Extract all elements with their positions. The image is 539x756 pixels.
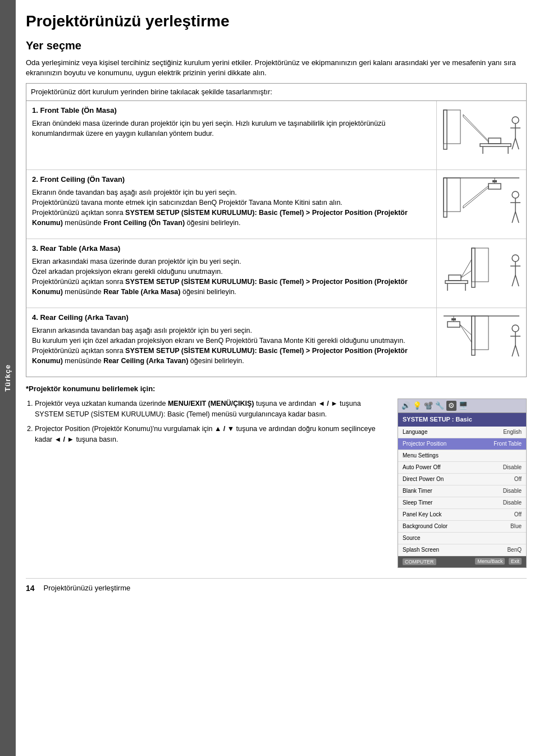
page-title: Projektörünüzü yerleştirme	[26, 10, 527, 32]
position-diagram-1	[436, 101, 526, 169]
steps-column: Projektör veya uzkatan kumanda üzerinde …	[26, 398, 389, 568]
syssetup-title: SYSTEM SETUP : Basic	[403, 415, 472, 424]
position-row-3: 3. Rear Table (Arka Masa) Ekran arkasınd…	[26, 239, 526, 308]
svg-line-10	[512, 138, 515, 149]
position-row-2: 2. Front Ceiling (Ön Tavan) Ekranın önde…	[26, 170, 526, 239]
syssetup-row: Menu Settings	[398, 450, 526, 462]
position-title-1: 1. Front Table (Ön Masa)	[32, 106, 431, 116]
syssetup-row: Blank TimerDisable	[398, 485, 526, 497]
syssetup-footer: COMPUTER Menu/Back Exit	[398, 556, 526, 567]
syssetup-row: LanguageEnglish	[398, 427, 526, 438]
page-wrapper: Türkçe Projektörünüzü yerleştirme Yer se…	[0, 0, 539, 756]
position-diagram-2	[436, 170, 526, 239]
svg-rect-15	[488, 184, 501, 189]
svg-rect-5	[488, 138, 501, 144]
svg-line-46	[512, 345, 515, 356]
position-desc-4a: Ekranın arkasında tavandan baş aşağı ası…	[32, 326, 431, 336]
positions-intro: Projektörünüz dört kurulum yerinden biri…	[26, 84, 526, 101]
syssetup-row: Background ColorBlue	[398, 521, 526, 533]
syssetup-row: Sleep TimerDisable	[398, 497, 526, 509]
system-setup-image: 🔊 💡 📽️ 🔧 ⚙ 🖥️ SYSTEM SETUP : Basic Langu…	[398, 398, 527, 568]
page-footer: 14 Projektörünüzü yerleştirme	[26, 578, 527, 594]
syssetup-row: Source	[398, 533, 526, 544]
svg-marker-6	[463, 114, 488, 142]
position-desc-3a: Ekran arkasındaki masa üzerinde duran pr…	[32, 256, 431, 267]
svg-marker-42	[460, 324, 472, 342]
position-text-2: 2. Front Ceiling (Ön Tavan) Ekranın önde…	[26, 170, 436, 239]
bottom-columns: Projektör veya uzkatan kumanda üzerinde …	[26, 398, 527, 568]
position-desc-2b: Projektörünüzü tavana monte etmek için s…	[32, 198, 431, 208]
syssetup-rows: LanguageEnglishProjector PositionFront T…	[398, 427, 526, 556]
position-desc-2c: Projektörünüzü açıktan sonra SYSTEM SETU…	[32, 208, 431, 228]
steps-list: Projektör veya uzkatan kumanda üzerinde …	[26, 398, 389, 445]
position-desc-1: Ekran önündeki masa üzerinde duran proje…	[32, 118, 431, 139]
step-1: Projektör veya uzkatan kumanda üzerinde …	[35, 398, 389, 420]
page-number: 14	[26, 583, 35, 594]
position-desc-3b: Özel arkadan projeksiyon ekranı gerekli …	[32, 267, 431, 277]
svg-line-22	[512, 212, 515, 223]
position-desc-2a: Ekranın önde tavandan baş aşağı asılı pr…	[32, 187, 431, 198]
svg-point-43	[512, 325, 519, 332]
positions-container: Projektörünüz dört kurulum yerinden biri…	[26, 83, 527, 377]
svg-rect-14	[444, 178, 460, 212]
position-text-1: 1. Front Table (Ön Masa) Ekran önündeki …	[26, 101, 436, 169]
position-title-3: 3. Rear Table (Arka Masa)	[32, 244, 431, 254]
syssetup-footer-controls: Menu/Back Exit	[475, 558, 522, 565]
syssetup-footer-computer: COMPUTER	[403, 558, 436, 566]
step2-text: Projector Position (Projektör Konumu)'nu…	[35, 425, 376, 443]
svg-rect-29	[449, 275, 461, 281]
system-setup-ui: 🔊 💡 📽️ 🔧 ⚙ 🖥️ SYSTEM SETUP : Basic Langu…	[398, 398, 527, 568]
svg-rect-25	[472, 248, 488, 282]
position-diagram-4	[436, 308, 526, 377]
svg-point-7	[512, 117, 519, 123]
position-desc-4c: Projektörünüzü açıktan sonra SYSTEM SETU…	[32, 346, 431, 366]
syssetup-row: Panel Key LockOff	[398, 509, 526, 521]
syssetup-row: Auto Power OffDisable	[398, 462, 526, 474]
syssetup-row: Projector PositionFront Table	[398, 438, 526, 450]
page-footer-text: Projektörünüzü yerleştirme	[44, 583, 131, 593]
bottom-section-title: *Projektör konumunu belirlemek için:	[26, 384, 527, 394]
svg-rect-41	[451, 318, 456, 320]
bottom-section: *Projektör konumunu belirlemek için: Pro…	[26, 384, 527, 568]
syssetup-header: SYSTEM SETUP : Basic	[398, 413, 526, 426]
syssetup-row: Direct Power OnOff	[398, 474, 526, 485]
svg-rect-39	[447, 322, 460, 327]
svg-rect-17	[492, 180, 497, 182]
step1-text: Projektör veya uzkatan kumanda üzerinde …	[35, 400, 361, 418]
svg-line-11	[515, 138, 519, 149]
svg-line-35	[515, 275, 519, 286]
svg-marker-30	[461, 259, 472, 278]
svg-line-23	[515, 212, 519, 223]
svg-point-19	[512, 191, 519, 198]
svg-line-47	[515, 345, 519, 356]
intro-paragraph: Oda yerleşiminiz veya kişisel tercihiniz…	[26, 58, 527, 78]
side-tab-label: Türkçe	[3, 364, 13, 392]
position-row-4: 4. Rear Ceiling (Arka Tavan) Ekranın ark…	[26, 308, 526, 377]
svg-rect-38	[472, 316, 488, 350]
position-title-2: 2. Front Ceiling (Ön Tavan)	[32, 175, 431, 185]
svg-marker-18	[463, 186, 488, 208]
position-desc-3c: Projektörünüzü açıktan sonra SYSTEM SETU…	[32, 277, 431, 297]
position-desc-4b: Bu kurulum yeri için özel arkadan projek…	[32, 336, 431, 346]
position-text-4: 4. Rear Ceiling (Arka Tavan) Ekranın ark…	[26, 308, 436, 377]
svg-rect-1	[444, 110, 460, 144]
position-diagram-3	[436, 239, 526, 308]
svg-point-31	[512, 255, 519, 262]
side-tab: Türkçe	[0, 0, 16, 756]
svg-line-34	[512, 275, 515, 286]
position-text-3: 3. Rear Table (Arka Masa) Ekran arkasınd…	[26, 239, 436, 308]
main-content: Projektörünüzü yerleştirme Yer seçme Oda…	[16, 0, 539, 756]
syssetup-row: Splash ScreenBenQ	[398, 544, 526, 556]
section-title: Yer seçme	[26, 38, 527, 53]
step-2: Projector Position (Projektör Konumu)'nu…	[35, 424, 389, 445]
position-row-1: 1. Front Table (Ön Masa) Ekran önündeki …	[26, 101, 526, 170]
position-title-4: 4. Rear Ceiling (Arka Tavan)	[32, 313, 431, 323]
